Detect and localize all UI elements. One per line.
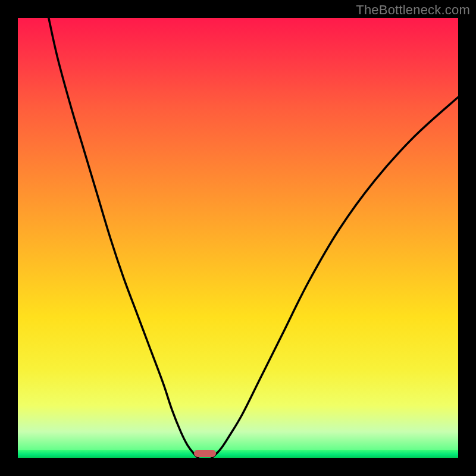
curve-left: [49, 18, 199, 458]
watermark-text: TheBottleneck.com: [356, 2, 470, 18]
curve-right: [212, 97, 458, 458]
minimum-marker: [194, 450, 216, 457]
plot-area: [18, 18, 458, 458]
curve-layer: [18, 18, 458, 458]
chart-frame: TheBottleneck.com: [0, 0, 476, 476]
